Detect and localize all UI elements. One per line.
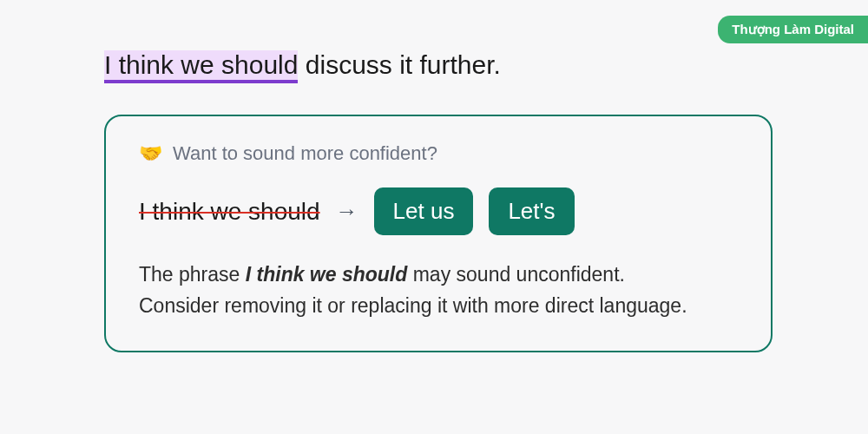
handshake-icon: 🤝 bbox=[139, 142, 162, 165]
card-title-row: 🤝 Want to sound more confident? bbox=[139, 142, 738, 165]
sentence-rest: discuss it further. bbox=[298, 50, 500, 79]
strike-phrase: I think we should bbox=[139, 198, 320, 226]
replacement-row: I think we should → Let us Let's bbox=[139, 187, 738, 235]
attribution-badge: Thượng Làm Digital bbox=[718, 16, 868, 43]
explanation-pre: The phrase bbox=[139, 263, 246, 286]
option-button-let-us[interactable]: Let us bbox=[374, 187, 474, 235]
suggestion-card: 🤝 Want to sound more confident? I think … bbox=[104, 115, 773, 352]
highlighted-phrase[interactable]: I think we should bbox=[104, 50, 298, 83]
explanation-bold: I think we should bbox=[246, 263, 408, 286]
arrow-icon: → bbox=[336, 198, 358, 225]
explanation-text: The phrase I think we should may sound u… bbox=[139, 260, 694, 321]
option-button-lets[interactable]: Let's bbox=[489, 187, 574, 235]
card-title-text: Want to sound more confident? bbox=[173, 142, 437, 165]
original-sentence: I think we should discuss it further. bbox=[104, 48, 773, 82]
